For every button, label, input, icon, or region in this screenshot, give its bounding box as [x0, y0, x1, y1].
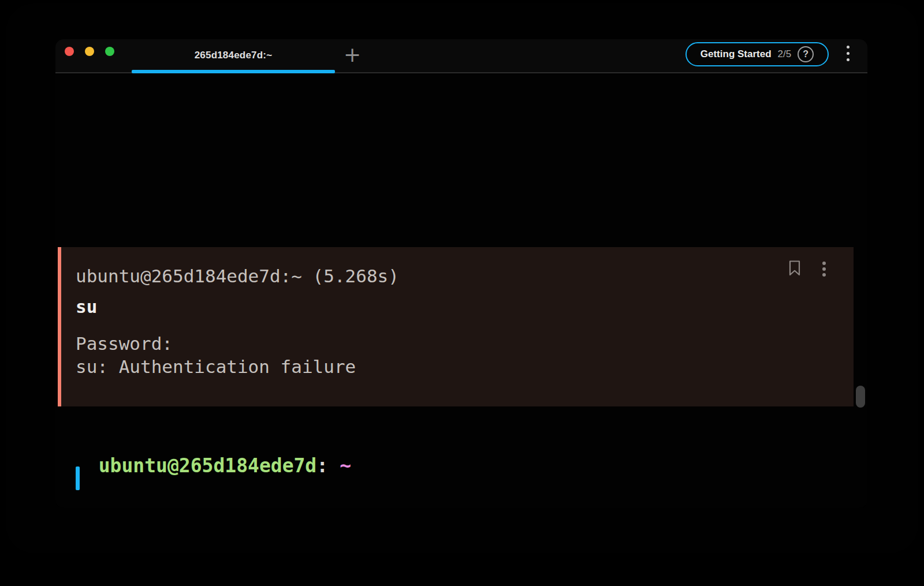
block-prompt-header: ubuntu@265d184ede7d:~ (5.268s): [76, 264, 399, 288]
block-output-line: Password:: [76, 332, 173, 355]
getting-started-button[interactable]: Getting Started 2/5 ?: [685, 42, 829, 66]
text-cursor: [76, 466, 80, 490]
help-icon[interactable]: ?: [798, 46, 814, 62]
kebab-dot: [822, 273, 826, 277]
kebab-dot: [822, 267, 826, 271]
scrollbar-thumb[interactable]: [856, 386, 865, 408]
prompt-colon: :: [316, 454, 328, 477]
zoom-button[interactable]: [105, 47, 114, 56]
block-command: su: [76, 295, 97, 318]
kebab-dot: [847, 46, 850, 48]
tab-title: 265d184ede7d:~: [195, 50, 273, 61]
kebab-dot: [847, 52, 850, 55]
active-tab-indicator: [132, 70, 335, 73]
tab-active[interactable]: 265d184ede7d:~: [132, 43, 335, 68]
block-menu-button[interactable]: [820, 262, 828, 277]
minimize-button[interactable]: [85, 47, 94, 56]
plus-icon: +: [344, 44, 361, 65]
prompt-user-host: ubuntu@265d184ede7d: [99, 454, 317, 477]
kebab-dot: [847, 58, 850, 61]
prompt-directory: ~: [340, 454, 351, 477]
close-button[interactable]: [65, 47, 74, 56]
prompt-line[interactable]: ubuntu@265d184ede7d:~: [76, 431, 351, 477]
kebab-dot: [822, 262, 826, 265]
block-output-line: su: Authentication failure: [76, 355, 356, 378]
bookmark-icon[interactable]: [789, 260, 800, 276]
getting-started-progress: 2/5: [778, 48, 792, 60]
getting-started-label: Getting Started: [701, 48, 772, 60]
window-menu-button[interactable]: [842, 46, 854, 69]
new-tab-button[interactable]: +: [337, 42, 367, 68]
